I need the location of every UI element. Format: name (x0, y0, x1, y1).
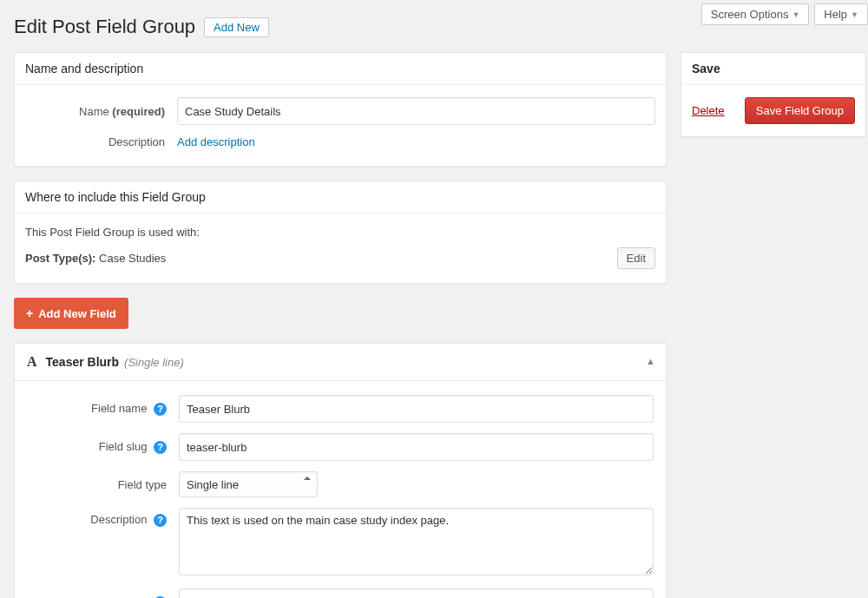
collapse-icon[interactable]: ▲ (646, 356, 655, 366)
save-heading: Save (692, 62, 720, 76)
field-slug-input[interactable] (179, 433, 654, 461)
text-field-icon: A (27, 354, 37, 370)
plus-icon: + (26, 306, 33, 320)
field-slug-label: Field slug ? (27, 440, 179, 454)
chevron-down-icon: ▼ (792, 10, 799, 19)
field-type-label: Field type (27, 478, 179, 491)
help-icon[interactable]: ? (154, 514, 167, 527)
used-with-text: This Post Field Group is used with: (25, 226, 655, 239)
add-new-field-button[interactable]: + Add New Field (14, 298, 128, 329)
name-label: Name (required) (25, 105, 177, 118)
field-name-input[interactable] (179, 395, 654, 423)
description-label: Description (25, 135, 177, 148)
where-include-box: Where to include this Field Group This P… (14, 181, 667, 284)
help-icon[interactable]: ? (154, 441, 167, 454)
field-header-name: Teaser Blurb (46, 355, 120, 369)
save-box: Save Delete Save Field Group (681, 52, 866, 137)
field-item: A Teaser Blurb (Single line) ▲ Field nam… (14, 343, 667, 598)
name-description-box: Name and description Name (required) Des… (14, 52, 667, 167)
field-header-type: (Single line) (124, 356, 184, 369)
post-types-row: Post Type(s): Case Studies (25, 252, 166, 265)
page-title: Edit Post Field Group (14, 16, 195, 38)
where-include-heading: Where to include this Field Group (15, 181, 666, 214)
field-name-label: Field name ? (27, 402, 179, 416)
help-toggle[interactable]: Help ▼ (814, 3, 868, 25)
placeholder-input[interactable] (179, 588, 654, 598)
add-new-field-label: Add New Field (38, 307, 116, 320)
add-new-group-button[interactable]: Add New (204, 17, 269, 37)
field-header[interactable]: A Teaser Blurb (Single line) ▲ (15, 344, 666, 381)
group-name-input[interactable] (177, 97, 655, 125)
delete-link[interactable]: Delete (692, 104, 725, 117)
edit-where-button[interactable]: Edit (617, 247, 655, 269)
add-description-link[interactable]: Add description (177, 135, 255, 148)
field-description-textarea[interactable]: This text is used on the main case study… (179, 508, 654, 575)
name-description-heading: Name and description (15, 53, 666, 85)
help-label: Help (824, 8, 847, 21)
save-field-group-button[interactable]: Save Field Group (745, 97, 855, 124)
field-type-select[interactable]: Single line (179, 471, 318, 497)
help-icon[interactable]: ? (154, 403, 167, 416)
field-description-label: Description ? (27, 508, 179, 527)
screen-options-toggle[interactable]: Screen Options ▼ (701, 3, 810, 25)
chevron-down-icon: ▼ (851, 10, 858, 19)
screen-options-label: Screen Options (711, 8, 789, 21)
